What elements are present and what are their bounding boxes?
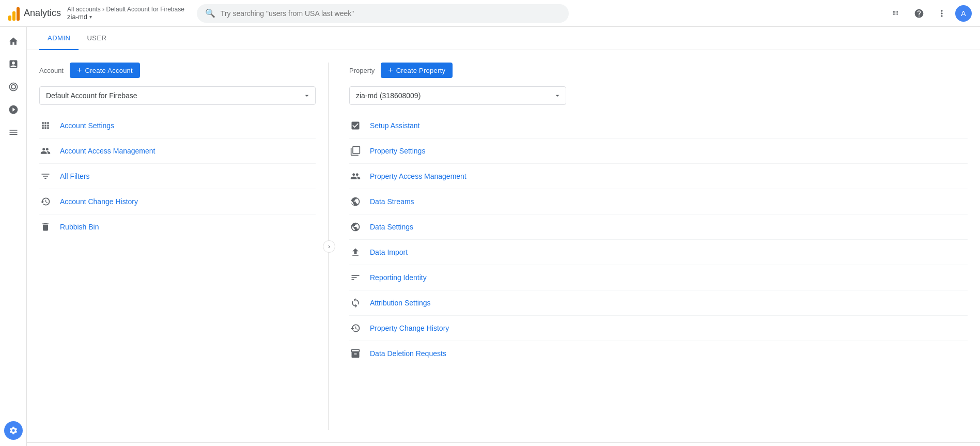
account-dropdown[interactable]: Default Account for Firebase [39,86,316,105]
property-history-icon [349,323,362,333]
rubbish-bin-label: Rubbish Bin [60,223,99,231]
account-menu-list: Account Settings Account Access Manageme… [39,113,316,239]
sidebar-item-advertising[interactable] [3,99,24,120]
account-settings-icon [39,120,52,131]
more-button[interactable] [932,4,951,23]
account-selector[interactable]: zia-md ▾ [67,13,184,21]
tab-user[interactable]: USER [79,27,115,50]
create-property-button[interactable]: + Create Property [381,63,453,78]
people-icon [39,146,52,156]
property-people-icon [349,171,362,181]
all-filters-label: All Filters [60,172,90,180]
attribution-settings-icon [349,298,362,308]
property-settings-icon [349,146,362,156]
account-name: zia-md [67,13,87,21]
filter-icon [39,171,52,181]
all-accounts-link[interactable]: All accounts [67,6,101,13]
account-change-history-item[interactable]: Account Change History [39,189,316,214]
tab-admin[interactable]: ADMIN [39,27,79,50]
account-access-label: Account Access Management [60,147,155,155]
data-streams-label: Data Streams [370,197,414,206]
reporting-identity-label: Reporting Identity [370,273,427,282]
data-settings-item[interactable]: Data Settings [349,214,968,240]
account-settings-label: Account Settings [60,121,114,130]
property-settings-label: Property Settings [370,147,425,155]
setup-assistant-icon [349,120,362,131]
data-settings-label: Data Settings [370,223,413,231]
account-settings-item[interactable]: Account Settings [39,113,316,139]
sidebar [0,27,27,446]
history-icon [39,196,52,207]
account-label: Account [39,67,64,74]
plus-icon: + [77,66,82,75]
property-dropdown[interactable]: zia-md (318608009) [349,86,566,105]
all-filters-item[interactable]: All Filters [39,164,316,189]
create-account-button[interactable]: + Create Account [70,63,140,78]
property-change-history-item[interactable]: Property Change History [349,316,968,341]
attribution-settings-item[interactable]: Attribution Settings [349,290,968,316]
avatar[interactable]: A [955,5,972,22]
divider-arrow: › [323,240,335,253]
property-access-label: Property Access Management [370,172,466,180]
data-import-item[interactable]: Data Import [349,240,968,265]
delete-icon [39,222,52,232]
data-deletion-icon [349,348,362,359]
account-header: Account + Create Account [39,63,316,78]
reporting-identity-icon [349,272,362,283]
create-property-label: Create Property [396,67,446,74]
setup-assistant-item[interactable]: Setup Assistant [349,113,968,139]
help-button[interactable] [910,4,928,23]
tab-bar: ADMIN USER [27,27,980,50]
data-import-label: Data Import [370,248,408,256]
setup-assistant-label: Setup Assistant [370,121,420,130]
data-import-icon [349,247,362,257]
admin-content: Account + Create Account Default Account… [27,50,980,442]
sidebar-item-explore[interactable] [3,76,24,97]
sidebar-item-home[interactable] [3,31,24,52]
search-input[interactable] [221,9,561,18]
data-settings-icon [349,222,362,232]
data-streams-item[interactable]: Data Streams [349,189,968,214]
account-column: Account + Create Account Default Account… [39,63,329,430]
property-access-management-item[interactable]: Property Access Management [349,164,968,189]
property-column: Property + Create Property zia-md (31860… [329,63,968,430]
account-change-history-label: Account Change History [60,197,138,206]
apps-button[interactable] [887,4,906,23]
main-content: ADMIN USER Account + Create Account Defa… [27,27,980,446]
property-header: Property + Create Property [349,63,968,78]
data-streams-icon [349,196,362,207]
sidebar-item-configure[interactable] [3,122,24,143]
logo-area: Analytics All accounts › Default Account… [8,6,184,21]
page-footer: ©2022 Google | Analytics home | Terms of… [27,442,980,446]
create-account-label: Create Account [85,67,133,74]
property-label: Property [349,67,375,74]
search-bar: 🔍 [197,4,569,23]
data-deletion-label: Data Deletion Requests [370,349,446,358]
sidebar-item-reports[interactable] [3,54,24,74]
reporting-identity-item[interactable]: Reporting Identity [349,265,968,290]
app-header: Analytics All accounts › Default Account… [0,0,980,27]
header-actions: A [887,4,972,23]
analytics-logo-icon [8,6,20,21]
search-icon: 🔍 [205,8,215,18]
breadcrumb-top: All accounts › Default Account for Fireb… [67,6,184,13]
property-change-history-label: Property Change History [370,324,449,332]
property-menu-list: Setup Assistant Property Settings Proper… [349,113,968,366]
data-deletion-requests-item[interactable]: Data Deletion Requests [349,341,968,366]
attribution-settings-label: Attribution Settings [370,299,431,307]
plus-icon-property: + [388,66,393,75]
chevron-down-icon: ▾ [89,14,92,20]
sidebar-bottom [4,421,23,440]
breadcrumb: All accounts › Default Account for Fireb… [67,6,184,21]
breadcrumb-account: Default Account for Firebase [106,6,184,13]
property-settings-item[interactable]: Property Settings [349,139,968,164]
admin-settings-button[interactable] [4,421,23,440]
app-title: Analytics [24,8,61,19]
rubbish-bin-item[interactable]: Rubbish Bin [39,214,316,239]
account-access-management-item[interactable]: Account Access Management [39,139,316,164]
